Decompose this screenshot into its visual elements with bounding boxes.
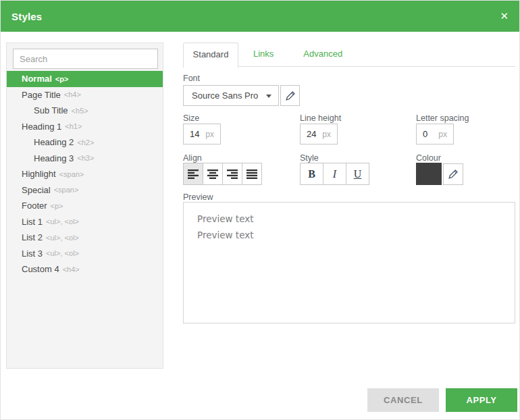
size-field: px	[183, 124, 221, 145]
search-input[interactable]	[13, 49, 158, 69]
colour-edit-button[interactable]	[443, 163, 463, 185]
align-justify-icon	[246, 169, 258, 179]
styles-sidebar: Normal <p> Page Title <h4> Sub Title <h5…	[6, 43, 163, 369]
tab-bar: Standard Links Advanced	[183, 43, 515, 67]
style-label: Style	[300, 153, 319, 163]
font-edit-button[interactable]	[280, 85, 300, 106]
style-item-list-3[interactable]: List 3 <ul>, <ol>	[7, 246, 163, 262]
font-select[interactable]: Source Sans Pro	[183, 85, 279, 106]
preview-text-line: Preview text	[197, 211, 501, 227]
align-left-icon	[188, 169, 199, 179]
align-button-group	[183, 163, 262, 185]
style-item-heading-1[interactable]: Heading 1 <h1>	[7, 119, 163, 135]
style-item-heading-2[interactable]: Heading 2 <h2>	[7, 134, 163, 151]
dialog-header: Styles ✕	[1, 1, 519, 32]
colour-swatch[interactable]	[416, 163, 442, 185]
line-height-label: Line height	[300, 113, 341, 123]
preview-box: Preview text Preview text	[183, 202, 515, 323]
tab-links[interactable]: Links	[238, 43, 288, 67]
letter-spacing-input[interactable]	[423, 129, 438, 139]
italic-button[interactable]: I	[323, 163, 346, 185]
style-item-page-title[interactable]: Page Title <h4>	[7, 87, 163, 103]
style-item-special[interactable]: Special <span>	[7, 182, 163, 199]
align-right-button[interactable]	[222, 163, 242, 185]
style-item-footer[interactable]: Footer <p>	[7, 198, 163, 214]
preview-text-line: Preview text	[197, 227, 501, 243]
style-editor-panel: Standard Links Advanced Font Source Sans…	[183, 43, 515, 353]
align-center-button[interactable]	[203, 163, 223, 185]
colour-label: Colour	[416, 153, 441, 163]
preview-label: Preview	[183, 192, 213, 202]
font-select-value: Source Sans Pro	[192, 90, 258, 101]
letter-spacing-unit: px	[438, 130, 447, 139]
style-button-group: B I U	[300, 163, 369, 185]
font-label: Font	[183, 74, 200, 83]
line-height-input[interactable]	[307, 129, 322, 139]
size-label: Size	[183, 113, 199, 123]
letter-spacing-label: Letter spacing	[416, 113, 469, 123]
align-center-icon	[207, 169, 219, 179]
align-justify-button[interactable]	[242, 163, 262, 185]
tab-standard[interactable]: Standard	[183, 43, 238, 68]
chevron-down-icon	[266, 95, 271, 98]
pencil-icon	[286, 91, 295, 101]
style-item-sub-title[interactable]: Sub Title <h5>	[7, 103, 163, 119]
style-item-heading-3[interactable]: Heading 3 <h3>	[7, 151, 163, 167]
line-height-field: px	[300, 124, 338, 145]
style-item-highlight[interactable]: Highlight <span>	[7, 166, 163, 182]
underline-button[interactable]: U	[346, 163, 369, 185]
style-item-list-2[interactable]: List 2 <ul>, <ol>	[7, 230, 163, 246]
pencil-icon	[448, 169, 458, 179]
close-icon[interactable]: ✕	[500, 1, 509, 32]
style-item-list-1[interactable]: List 1 <ul>, <ol>	[7, 214, 163, 230]
tab-advanced[interactable]: Advanced	[288, 43, 357, 67]
size-unit: px	[205, 130, 214, 139]
style-item-custom-4[interactable]: Custom 4 <h4>	[7, 261, 163, 278]
bold-button[interactable]: B	[300, 163, 323, 185]
styles-dialog: Styles ✕ Normal <p> Page Title <h4> Sub …	[0, 0, 520, 420]
dialog-title: Styles	[11, 11, 42, 22]
apply-button[interactable]: APPLY	[446, 388, 517, 412]
style-item-normal[interactable]: Normal <p>	[7, 71, 163, 87]
letter-spacing-field: px	[416, 124, 454, 145]
line-height-unit: px	[322, 130, 331, 139]
align-label: Align	[183, 153, 202, 163]
size-input[interactable]	[190, 129, 205, 139]
cancel-button[interactable]: CANCEL	[367, 388, 439, 412]
align-left-button[interactable]	[183, 163, 203, 185]
align-right-icon	[227, 169, 238, 179]
